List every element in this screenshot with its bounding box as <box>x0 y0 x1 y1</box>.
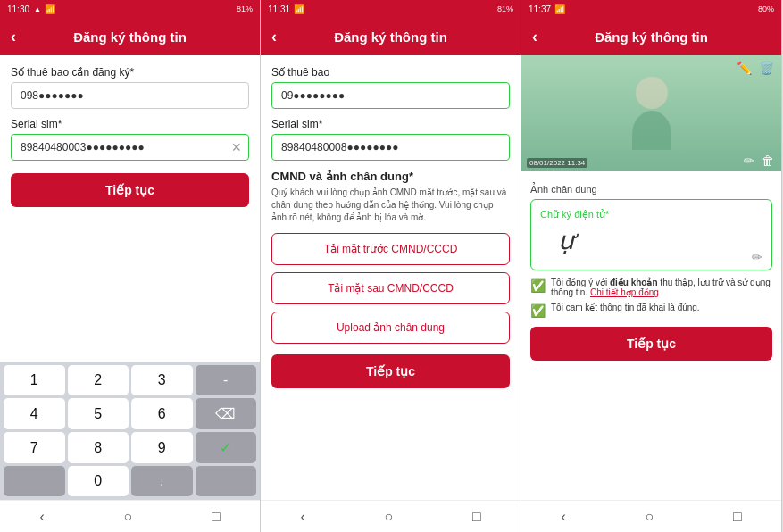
status-bar-2: 11:31 📶 81% <box>261 0 521 18</box>
human-figure <box>632 77 671 150</box>
checkbox-row-1: ✅ Tôi đồng ý với điều khoản thu thập, lư… <box>530 278 772 297</box>
form-body-3: Ảnh chân dung Chữ ký điện tử* ự ✏ ✅ Tôi … <box>521 171 781 500</box>
key-2[interactable]: 2 <box>68 365 129 395</box>
field1-label: Số thuê bao cần đăng ký* <box>11 66 249 79</box>
nav-home-3[interactable]: ○ <box>645 509 654 525</box>
key-8[interactable]: 8 <box>68 432 129 463</box>
nav-back-1[interactable]: ‹ <box>39 509 44 525</box>
checkbox1-bold: điều khoản <box>610 278 658 287</box>
form-body-2: Số thuê bao Serial sim* CMND và ảnh chân… <box>261 55 521 500</box>
key-9[interactable]: 9 <box>131 432 193 463</box>
nav-recent-3[interactable]: □ <box>733 509 742 525</box>
serial-field-1[interactable] <box>11 134 249 161</box>
portrait-photo-area: ✏️ 🗑️ 08/01/2022 11:34 ✏ 🗑 <box>521 55 781 171</box>
nav-home-1[interactable]: ○ <box>123 509 132 525</box>
phone-field-1[interactable] <box>11 82 249 109</box>
header-title-3: Đăng ký thông tin <box>595 29 708 45</box>
phone-field-2[interactable] <box>271 82 510 109</box>
time-3: 11:37 <box>529 4 551 14</box>
check-icon-2: ✅ <box>530 303 546 318</box>
header-3: ‹ Đăng ký thông tin <box>521 18 781 55</box>
field2-label: Serial sim* <box>11 118 249 130</box>
signature-box[interactable]: Chữ ký điện tử* ự ✏ <box>530 199 772 270</box>
upload-portrait-button[interactable]: Upload ảnh chân dung <box>271 312 510 344</box>
battery-3: 80% <box>758 4 774 13</box>
key-backspace[interactable]: ⌫ <box>196 398 257 429</box>
nav-recent-2[interactable]: □ <box>472 509 481 525</box>
numeric-keyboard: 1 2 3 - 4 5 6 ⌫ 7 8 9 ✓ 0 . <box>0 362 260 500</box>
cmnd-label: CMND và ảnh chân dung* <box>271 170 510 183</box>
back-button-1[interactable]: ‹ <box>11 28 16 46</box>
cmnd-desc: Quý khách vui lòng chụp ảnh CMND mặt trư… <box>271 187 510 224</box>
header-1: ‹ Đăng ký thông tin <box>0 18 260 55</box>
status-bar-1: 11:30 ▲ 📶 81% <box>0 0 260 18</box>
continue-button-1[interactable]: Tiếp tục <box>11 173 249 207</box>
hop-dong-link[interactable]: Chi tiết hợp đồng <box>590 287 659 297</box>
battery-1: 81% <box>237 4 253 13</box>
serial-wrapper-1: ✕ <box>11 134 249 161</box>
signal-2: 📶 <box>294 4 304 14</box>
form-body-1: Số thuê bao cần đăng ký* Serial sim* ✕ T… <box>0 55 260 362</box>
battery-2: 81% <box>497 4 513 13</box>
photo-delete-top-icon[interactable]: 🗑️ <box>759 61 774 75</box>
signature-label: Chữ ký điện tử* <box>540 209 762 220</box>
upload-front-button[interactable]: Tải mặt trước CMND/CCCD <box>271 233 510 265</box>
portrait-section-label: Ảnh chân dung <box>530 184 772 195</box>
key-dash[interactable]: - <box>196 365 257 395</box>
serial-field-2[interactable] <box>271 134 510 161</box>
time-1: 11:30 <box>7 4 29 14</box>
nav-home-2[interactable]: ○ <box>384 509 393 525</box>
clear-icon-1[interactable]: ✕ <box>231 140 242 154</box>
nav-bar-2: ‹ ○ □ <box>261 500 521 532</box>
panel-3: 11:37 📶 80% ‹ Đăng ký thông tin ✏️ 🗑️ 08… <box>521 0 782 532</box>
nav-back-3[interactable]: ‹ <box>561 509 565 525</box>
status-bar-3: 11:37 📶 80% <box>521 0 781 18</box>
back-button-2[interactable]: ‹ <box>271 28 277 46</box>
back-button-3[interactable]: ‹ <box>532 28 537 46</box>
signal-3: 📶 <box>554 4 565 14</box>
nav-bar-1: ‹ ○ □ <box>0 500 260 532</box>
key-check[interactable]: ✓ <box>196 432 257 463</box>
nav-recent-1[interactable]: □ <box>212 509 221 525</box>
time-2: 11:31 <box>268 4 290 14</box>
key-6[interactable]: 6 <box>131 398 193 429</box>
photo-delete-bottom-icon[interactable]: 🗑 <box>762 154 774 168</box>
photo-top-icons: ✏️ 🗑️ <box>737 61 774 75</box>
key-dot[interactable]: . <box>131 466 193 496</box>
upload-back-button[interactable]: Tải mặt sau CMND/CCCD <box>271 272 510 304</box>
key-7[interactable]: 7 <box>4 432 65 463</box>
phone-label-2: Số thuê bao <box>271 66 510 79</box>
portrait-timestamp: 08/01/2022 11:34 <box>527 158 587 168</box>
panel-2: 11:31 📶 81% ‹ Đăng ký thông tin Số thuê … <box>261 0 521 532</box>
continue-button-3[interactable]: Tiếp tục <box>530 327 772 361</box>
signature-edit-icon[interactable]: ✏ <box>752 250 762 264</box>
photo-edit-top-icon[interactable]: ✏️ <box>737 61 752 75</box>
continue-button-2[interactable]: Tiếp tục <box>271 354 510 388</box>
key-5[interactable]: 5 <box>68 398 129 429</box>
serial-label-2: Serial sim* <box>271 118 510 130</box>
check-icon-1: ✅ <box>530 278 546 293</box>
panel-1: 11:30 ▲ 📶 81% ‹ Đăng ký thông tin Số thu… <box>0 0 261 532</box>
photo-edit-bottom-icon[interactable]: ✏ <box>744 154 754 168</box>
checkbox1-text: Tôi đồng ý với điều khoản thu thập, lưu … <box>551 278 772 297</box>
nav-back-2[interactable]: ‹ <box>300 509 304 525</box>
checkbox-row-2: ✅ Tôi cam kết thông tin đã khai là đúng. <box>530 303 772 318</box>
key-1[interactable]: 1 <box>4 365 65 395</box>
photo-bottom-icons: ✏ 🗑 <box>744 154 774 168</box>
header-title-2: Đăng ký thông tin <box>334 29 447 45</box>
key-4[interactable]: 4 <box>4 398 65 429</box>
signature-mark: ự <box>558 226 762 255</box>
signal-icons-1: ▲ 📶 <box>33 4 55 14</box>
key-0[interactable]: 0 <box>68 466 129 496</box>
key-empty-right <box>196 466 257 496</box>
checkbox2-text: Tôi cam kết thông tin đã khai là đúng. <box>551 303 700 312</box>
key-3[interactable]: 3 <box>131 365 193 395</box>
key-empty-left <box>4 466 65 496</box>
nav-bar-3: ‹ ○ □ <box>521 500 781 532</box>
header-2: ‹ Đăng ký thông tin <box>261 18 521 55</box>
header-title-1: Đăng ký thông tin <box>73 29 187 45</box>
